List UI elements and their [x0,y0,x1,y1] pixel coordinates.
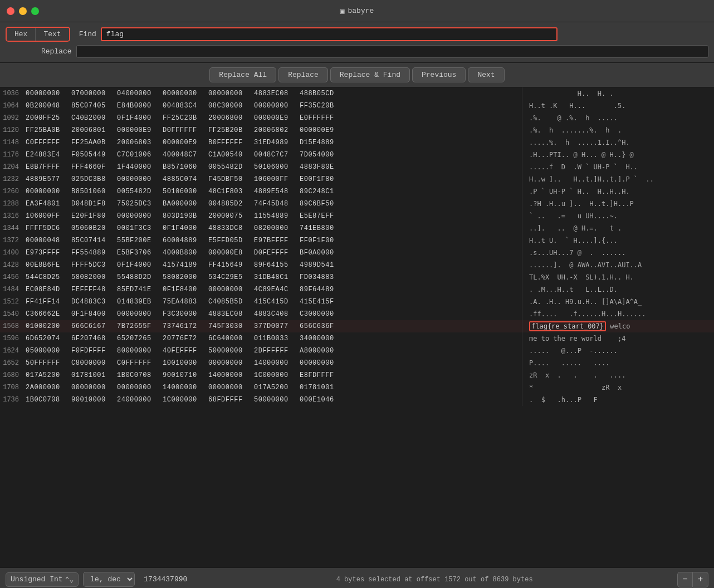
hex-group: 65207265 [117,335,157,342]
close-button[interactable] [7,7,14,15]
ascii-text: .%. @ .%. h ..... [525,112,714,124]
table-row: 1176E24883E4F0505449C7C01006400048C7C1A0… [0,149,714,161]
table-row: 12324889E577025DC3B8000000004885C074F45D… [0,173,714,185]
hex-group: 4883F80E [300,163,340,171]
hex-group: 000E1046 [300,396,340,404]
row-address: 1568 [0,322,26,330]
hex-scroll-area[interactable]: 1036000000000700000004000000000000000000… [0,87,714,567]
hex-group: 00000000 [163,90,203,97]
row-address: 1624 [0,347,26,355]
hex-group: C0FFFFFF [117,359,157,367]
ascii-text: * zR x [525,381,714,394]
hex-group: 24000000 [117,396,157,404]
hex-group: FF554889 [71,249,111,257]
hex-group: 415C415D [254,298,294,306]
hex-button[interactable]: Hex [7,28,36,41]
replace-button[interactable]: Replace [278,67,328,82]
hex-group: 017A5200 [26,371,66,379]
hex-group: 89F64155 [254,261,294,269]
hex-group: 017A5200 [254,384,294,391]
value-display: 1734437990 [139,573,192,586]
table-row: 17082A0000000000000000000000140000000000… [0,381,714,394]
hex-group: 00000000 [254,102,294,110]
ascii-text: H..w ].. H..t.]H..t.].P ` .. [525,173,714,185]
replace-find-button[interactable]: Replace & Find [330,67,410,82]
hex-group: 4989D541 [300,261,340,269]
hex-group: E84B0000 [117,102,157,110]
hex-group: 00000000 [71,384,111,391]
hex-group: 00E8B6FE [26,261,66,269]
hex-group: 6D652074 [26,335,66,342]
hex-group: 50106000 [163,188,203,195]
hex-group: E8B7FFFF [26,163,66,171]
hex-group: 31ED4989 [254,139,294,146]
row-address: 1176 [0,151,26,159]
hex-group: 89C6BF50 [300,200,340,208]
table-row: 162405000000F0FDFFFF8000000040FEFFFF5000… [0,345,714,357]
hex-bytes: 00000000B85010600055482D5010600048C1F803… [26,188,340,195]
previous-button[interactable]: Previous [412,67,466,82]
ascii-text: H..t U. ` H....].{... [525,234,714,247]
hex-group: 00000000 [117,384,157,391]
hex-group: 20006803 [117,139,157,146]
plus-button[interactable]: + [693,572,708,587]
hex-rows-container: 1036000000000700000004000000000000000000… [0,87,714,406]
minus-plus-group: − + [677,572,708,587]
hex-group: FF25B20B [208,126,248,134]
replace-all-button[interactable]: Replace All [209,67,276,82]
hex-group: 0F1F4000 [163,224,203,232]
hex-group: 58082000 [163,273,203,281]
hex-group: 20006802 [254,126,294,134]
status-text: 4 bytes selected at offset 1572 out of 8… [196,576,673,584]
hex-bytes: EC08E84DFEFFFF4885ED741E0F1F840000000000… [26,286,340,293]
hex-group: 00000000 [26,188,66,195]
table-row: 1036000000000700000004000000000000000000… [0,87,714,100]
row-address: 1148 [0,139,26,146]
hex-group: 50FFFFFF [26,359,66,367]
ascii-text: ..... @...P -...... [525,345,714,357]
hex-group: D048D1F8 [71,200,111,208]
find-input[interactable] [101,27,557,41]
hex-group: 55488D2D [117,273,157,281]
hex-group: 00000000 [117,310,157,318]
hex-group: 7B72655F [117,322,157,330]
hex-group: 00000000 [26,90,66,97]
hex-group: 4883EC08 [208,310,248,318]
hex-group: 000000E8 [208,249,248,257]
replace-input[interactable] [76,45,708,58]
hex-group: 1F440000 [117,163,157,171]
hex-group: FFF4660F [71,163,111,171]
hex-group: 85C07414 [71,237,111,244]
hex-group: F0FDFFFF [71,347,111,355]
hex-bytes: C366662E0F1F840000000000F3C300004883EC08… [26,310,340,318]
row-address: 1036 [0,90,26,97]
hex-group: 741EB800 [300,224,340,232]
hex-group: 6F207468 [71,335,111,342]
hex-group: 55BF200E [117,237,157,244]
hex-group: 08200000 [254,224,294,232]
table-row: 1680017A5200017810011B0C0708900107101400… [0,369,714,381]
minimize-button[interactable] [19,7,27,15]
hex-group: E5E87EFF [300,212,340,220]
maximize-button[interactable] [31,7,39,15]
le-dec-select[interactable]: le, dec [83,572,135,587]
hex-group: FEFFFF48 [71,286,111,293]
hex-group: 50000000 [208,347,248,355]
text-button[interactable]: Text [36,28,69,41]
hex-group: E24883E4 [26,151,66,159]
next-button[interactable]: Next [468,67,504,82]
hex-group: 85C07405 [71,102,111,110]
row-address: 1344 [0,224,26,232]
table-row: 1120FF25BA0B20006801000000E9D0FFFFFFFF25… [0,124,714,136]
hex-group: FF0F1F00 [300,237,340,244]
table-row: 15966D6520746F2074686520726520776F726C64… [0,332,714,345]
minus-button[interactable]: − [677,572,693,587]
hex-group: E0FFFFFF [300,114,340,122]
ascii-text: . .M...H..t L..L..D. [525,283,714,296]
hex-group: 0001F3C3 [117,224,157,232]
hex-bytes: FFFF5DC605060B200001F3C30F1F400048833DC8… [26,224,340,232]
ascii-text: . $ .h...P F [525,394,714,406]
hex-group: 6C640000 [208,335,248,342]
unsigned-int-select[interactable]: Unsigned Int ⌃⌄ [6,572,79,587]
traffic-lights [7,7,39,15]
